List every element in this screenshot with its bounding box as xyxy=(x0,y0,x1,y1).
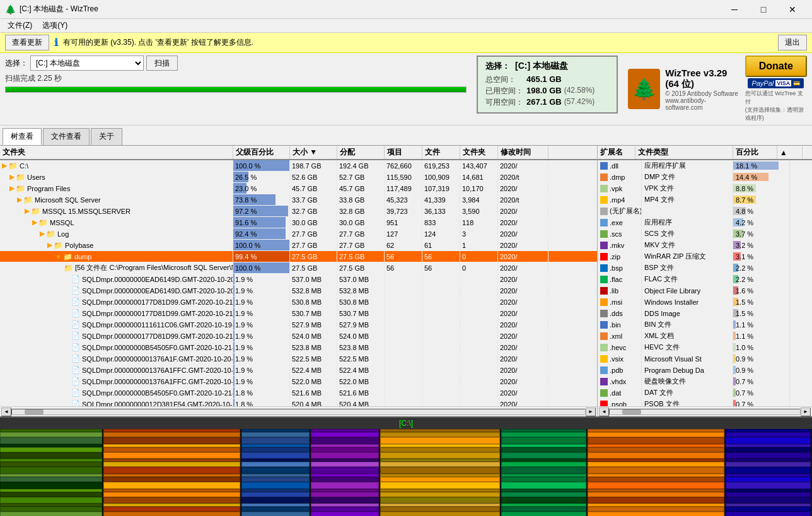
tree-row[interactable]: ▶📁MSSQL 15.MSSQLSERVER97.2 %32.7 GB32.8 … xyxy=(0,206,597,217)
filetype-row[interactable]: .psobPSOB 文件0.7 % xyxy=(598,399,812,406)
scan-button[interactable]: 扫描 xyxy=(146,56,178,71)
tree-row[interactable]: 📄SQLDmpr.0000000177D81D99.GMT-2020-10-21… xyxy=(0,296,597,308)
tree-row[interactable]: ▶📁Log92.4 %27.7 GB27.7 GB12712432020/ xyxy=(0,228,597,240)
tree-row[interactable]: 📄SQLDmpr.0000000001376A1F.GMT-2020-10-20… xyxy=(0,353,597,365)
treemap-segment[interactable] xyxy=(380,429,501,516)
logout-button[interactable]: 退出 xyxy=(778,35,807,50)
filetype-row[interactable]: (无扩展名)4.8 % xyxy=(598,206,812,217)
scroll-right-btn[interactable]: ► xyxy=(586,408,596,416)
col-arrow[interactable]: ▲ xyxy=(777,146,803,159)
treemap-body[interactable] xyxy=(0,429,812,516)
maximize-button[interactable]: □ xyxy=(749,0,778,19)
scroll-left-btn[interactable]: ◄ xyxy=(1,408,11,416)
ft-scroll-thumb[interactable] xyxy=(622,409,641,414)
filetype-row[interactable]: .flacFLAC 文件2.2 % xyxy=(598,274,812,285)
tree-hscrollbar[interactable]: ◄ ► xyxy=(0,406,597,416)
disk-select-label: 选择： xyxy=(485,61,510,72)
treemap-segment[interactable] xyxy=(311,429,380,516)
treemap-segment[interactable] xyxy=(726,429,812,516)
filetype-row[interactable]: .mkvMKV 文件3.2 % xyxy=(598,240,812,251)
tree-row[interactable]: 📄SQLDmpr.0000000001376A1FFC.GMT-2020-10-… xyxy=(0,365,597,376)
filetype-row[interactable]: .msiWindows Installer1.5 % xyxy=(598,296,812,308)
tree-cell-files xyxy=(422,308,460,319)
ft-scroll-left[interactable]: ◄ xyxy=(599,408,609,416)
treemap-segment[interactable] xyxy=(588,429,726,516)
filetype-row[interactable]: .dll应用程序扩展18.1 % xyxy=(598,160,812,172)
tab-about[interactable]: 关于 xyxy=(91,128,122,145)
tab-tree-view[interactable]: 树查看 xyxy=(3,128,42,145)
scroll-track[interactable] xyxy=(11,409,586,415)
tree-rows-container[interactable]: ▶📁C:\100.0 %198.7 GB192.4 GB762,660619,2… xyxy=(0,160,597,406)
tree-row[interactable]: 📄SQLDmpr.0000000111611C06.GMT-2020-10-19… xyxy=(0,319,597,331)
donate-button[interactable]: Donate xyxy=(745,56,807,77)
ft-ext-cell: .vsix xyxy=(598,353,642,364)
ft-scroll-track[interactable] xyxy=(609,409,801,415)
tree-row[interactable]: ▶📁Users26.5 %52.6 GB52.7 GB115,590100,90… xyxy=(0,172,597,183)
col-typepct[interactable]: 百分比 xyxy=(733,146,777,159)
col-ext[interactable]: 扩展名 xyxy=(598,146,635,159)
filetype-row[interactable]: .zipWinRAR ZIP 压缩文3.1 % xyxy=(598,251,812,262)
filetype-row[interactable]: .xmlXML 文档1.1 % xyxy=(598,331,812,342)
filetype-row[interactable]: .vsixMicrosoft Visual St0.9 % xyxy=(598,353,812,365)
tree-row[interactable]: ▼📁dump99.4 %27.5 GB27.5 GB565602020/ xyxy=(0,251,597,262)
col-folders[interactable]: 文件夹 xyxy=(460,146,498,159)
filetype-hscrollbar[interactable]: ◄ ► xyxy=(598,406,812,416)
tree-row[interactable]: ▶📁Polybase100.0 %27.7 GB27.7 GB626112020… xyxy=(0,240,597,251)
treemap-cell xyxy=(501,492,586,497)
filetype-row[interactable]: .scsSCS 文件3.7 % xyxy=(598,228,812,240)
col-modified[interactable]: 修改时间 xyxy=(498,146,548,159)
tab-file-view[interactable]: 文件查看 xyxy=(43,128,90,145)
tree-row[interactable]: ▶📁MSSQL91.6 %30.0 GB30.0 GB9518331182020… xyxy=(0,217,597,228)
treemap-segment[interactable] xyxy=(103,429,241,516)
col-pct[interactable]: 父级百分比 xyxy=(233,146,290,159)
tree-row[interactable]: 📁[56 文件在 C:\Program Files\Microsoft SQL … xyxy=(0,262,597,274)
filetype-row[interactable]: .exe应用程序4.2 % xyxy=(598,217,812,228)
filetype-row[interactable]: .datDAT 文件0.7 % xyxy=(598,387,812,399)
tree-row[interactable]: 📄SQLDmpr.00000000EAD6149D.GMT-2020-10-20… xyxy=(0,274,597,285)
filetype-row[interactable]: .libObject File Library1.6 % xyxy=(598,285,812,296)
filetype-row[interactable]: .vhdx硬盘映像文件0.7 % xyxy=(598,376,812,387)
treemap-cell xyxy=(311,507,379,512)
filetype-row[interactable]: .ddsDDS Image1.5 % xyxy=(598,308,812,319)
filetype-rows-container[interactable]: .dll应用程序扩展18.1 %.dmpDMP 文件14.4 %.vpkVPK … xyxy=(598,160,812,406)
col-alloc[interactable]: 分配 xyxy=(337,146,385,159)
col-folder[interactable]: 文件夹 xyxy=(0,146,233,159)
filetype-row[interactable]: .bspBSP 文件2.2 % xyxy=(598,262,812,274)
filetype-row[interactable]: .pdbProgram Debug Da0.9 % xyxy=(598,365,812,376)
tree-row[interactable]: 📄SQLDmpr.00000000EAD6149D.GMT-2020-10-20… xyxy=(0,285,597,296)
tree-row[interactable]: 📄SQLDmpr.0000000177D81D99.GMT-2020-10-21… xyxy=(0,308,597,319)
tree-row[interactable]: 📄SQLDmpr.00000000012D381F54.GMT-2020-10-… xyxy=(0,399,597,406)
drive-select[interactable]: [C:] 本地磁盘 xyxy=(30,56,144,71)
col-files[interactable]: 文件 xyxy=(422,146,460,159)
col-size[interactable]: 大小 ▼ xyxy=(290,146,337,159)
filetype-row[interactable]: .dmpDMP 文件14.4 % xyxy=(598,172,812,183)
minimize-button[interactable]: ─ xyxy=(720,0,749,19)
filetype-row[interactable]: .mp4MP4 文件8.7 % xyxy=(598,194,812,206)
check-update-button[interactable]: 查看更新 xyxy=(5,35,49,50)
filetype-row[interactable]: .vpkVPK 文件8.8 % xyxy=(598,183,812,194)
disk-title: [C:] 本地磁盘 xyxy=(515,61,568,72)
tree-cell-size: 27.5 GB xyxy=(290,262,337,273)
scroll-thumb[interactable] xyxy=(25,409,44,414)
tree-row[interactable]: 📄SQLDmpr.00000000B54505F0.GMT-2020-10-21… xyxy=(0,387,597,399)
col-type[interactable]: 文件类型 xyxy=(635,146,733,159)
tree-row[interactable]: 📄SQLDmpr.0000000177D81D99.GMT-2020-10-21… xyxy=(0,331,597,342)
filetype-row[interactable]: .hevcHEVC 文件1.0 % xyxy=(598,342,812,353)
treemap-segment[interactable] xyxy=(501,429,588,516)
filetype-pct-text: 2.2 % xyxy=(736,276,753,283)
tree-row[interactable]: 📄SQLDmpr.00000000B54505F0.GMT-2020-10-21… xyxy=(0,342,597,353)
tree-row[interactable]: 📄SQLDmpr.0000000001376A1FFC.GMT-2020-10-… xyxy=(0,376,597,387)
treemap-segment[interactable] xyxy=(241,429,311,516)
ft-scroll-right[interactable]: ► xyxy=(801,408,811,416)
tree-row[interactable]: ▶📁Program Files23.0 %45.7 GB45.7 GB117,4… xyxy=(0,183,597,194)
close-button[interactable]: ✕ xyxy=(778,0,807,19)
menu-file[interactable]: 文件(Z) xyxy=(3,19,37,32)
filetype-row[interactable]: .binBIN 文件1.1 % xyxy=(598,319,812,331)
tree-row[interactable]: ▶📁C:\100.0 %198.7 GB192.4 GB762,660619,2… xyxy=(0,160,597,172)
tree-row[interactable]: ▶📁Microsoft SQL Server73.8 %33.7 GB33.8 … xyxy=(0,194,597,206)
col-items[interactable]: 项目 xyxy=(385,146,422,159)
filetype-type-text: SCS 文件 xyxy=(642,228,733,239)
treemap-segment[interactable] xyxy=(0,429,103,516)
pct-text: 99.4 % xyxy=(235,253,257,261)
menu-options[interactable]: 选项(Y) xyxy=(37,19,72,32)
